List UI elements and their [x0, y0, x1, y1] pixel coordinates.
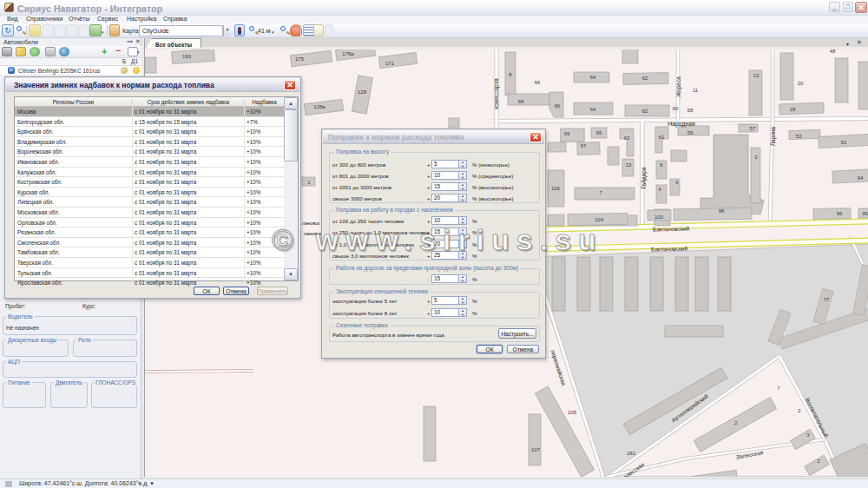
svg-text:63: 63 — [624, 135, 630, 141]
svg-text:67: 67 — [581, 143, 587, 148]
svg-text:57: 57 — [750, 126, 756, 131]
svg-text:171: 171 — [385, 61, 395, 66]
svg-text:105: 105 — [568, 410, 577, 415]
svg-text:Ларина: Ларина — [770, 126, 777, 146]
svg-text:комиссаров: комиссаров — [493, 78, 500, 109]
svg-text:98: 98 — [719, 208, 725, 214]
svg-text:53: 53 — [796, 134, 802, 139]
svg-text:128а: 128а — [313, 104, 326, 109]
svg-text:60: 60 — [673, 106, 679, 111]
svg-text:66: 66 — [535, 80, 541, 85]
svg-text:1: 1 — [307, 180, 310, 185]
svg-text:94: 94 — [858, 175, 864, 181]
svg-text:64: 64 — [590, 107, 596, 112]
svg-text:Гайдара: Гайдара — [641, 167, 648, 188]
svg-text:48: 48 — [830, 49, 836, 54]
svg-text:80: 80 — [863, 211, 868, 216]
svg-text:20: 20 — [798, 81, 804, 86]
svg-text:Народная: Народная — [667, 121, 695, 128]
svg-text:Жореса: Жореса — [675, 76, 682, 97]
svg-text:106: 106 — [551, 186, 561, 191]
svg-text:66: 66 — [555, 103, 561, 109]
svg-text:65: 65 — [596, 130, 602, 135]
svg-text:193: 193 — [182, 54, 192, 59]
svg-text:Баклановский: Баклановский — [651, 245, 688, 252]
svg-text:104: 104 — [595, 217, 604, 222]
svg-text:59: 59 — [687, 130, 694, 135]
svg-text:107: 107 — [531, 447, 541, 452]
svg-text:68: 68 — [518, 99, 524, 104]
svg-text:77: 77 — [824, 297, 830, 302]
svg-text:13: 13 — [753, 73, 760, 78]
svg-text:51: 51 — [841, 140, 847, 145]
svg-text:62: 62 — [642, 76, 648, 81]
svg-text:179а: 179а — [342, 51, 354, 56]
svg-text:Баклановский: Баклановский — [653, 225, 690, 232]
svg-text:61: 61 — [659, 135, 665, 140]
svg-text:100: 100 — [654, 214, 664, 220]
svg-text:69: 69 — [564, 131, 570, 136]
svg-text:13: 13 — [626, 162, 632, 168]
svg-text:62: 62 — [642, 109, 648, 114]
svg-text:175: 175 — [295, 56, 305, 62]
svg-text:58: 58 — [687, 108, 694, 113]
svg-text:64: 64 — [590, 75, 596, 80]
svg-text:182: 182 — [627, 451, 636, 456]
svg-text:11: 11 — [693, 88, 699, 93]
svg-text:18: 18 — [790, 107, 796, 112]
svg-text:96: 96 — [837, 211, 843, 216]
svg-text:128: 128 — [358, 89, 367, 95]
